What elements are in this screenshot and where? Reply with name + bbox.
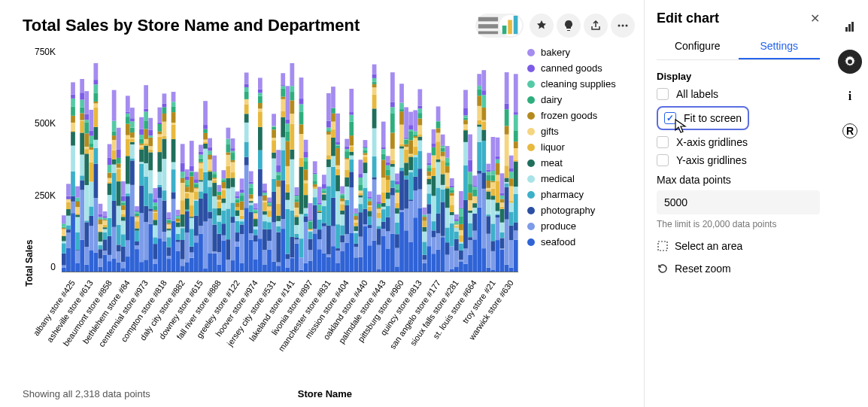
svg-rect-1185 xyxy=(500,202,505,206)
legend-item[interactable]: seafood xyxy=(527,236,635,248)
svg-rect-694 xyxy=(313,174,317,181)
svg-rect-431 xyxy=(217,252,221,264)
svg-rect-17 xyxy=(62,228,66,229)
chart-view-icon[interactable] xyxy=(499,15,522,36)
svg-rect-220 xyxy=(139,185,144,213)
svg-rect-364 xyxy=(190,172,194,177)
svg-rect-988 xyxy=(427,214,432,246)
legend-item[interactable]: photography xyxy=(527,205,635,216)
svg-rect-186 xyxy=(126,139,130,156)
svg-rect-816 xyxy=(359,159,363,174)
svg-rect-1011 xyxy=(436,250,441,272)
svg-rect-49 xyxy=(75,214,80,217)
svg-rect-914 xyxy=(395,181,399,184)
svg-rect-1043 xyxy=(445,166,450,173)
max-points-input[interactable] xyxy=(657,190,820,214)
close-icon[interactable]: ✕ xyxy=(810,11,820,26)
checkbox-all-labels[interactable]: All labels xyxy=(657,88,820,100)
legend-item[interactable]: medical xyxy=(527,173,635,184)
svg-rect-791 xyxy=(349,112,354,115)
svg-rect-363 xyxy=(190,176,194,192)
svg-rect-463 xyxy=(226,128,231,139)
legend-item[interactable]: cleaning supplies xyxy=(527,78,635,90)
svg-rect-1068 xyxy=(454,219,459,221)
svg-rect-336 xyxy=(181,200,185,214)
checkbox-fit-to-screen[interactable]: Fit to screen xyxy=(657,106,749,130)
svg-rect-977 xyxy=(423,263,427,272)
legend-item[interactable]: liquor xyxy=(527,141,635,153)
view-toggle[interactable] xyxy=(475,14,524,38)
svg-rect-391 xyxy=(199,152,203,155)
svg-rect-238 xyxy=(144,139,148,143)
idea-icon[interactable] xyxy=(557,14,581,38)
legend-item[interactable]: bakery xyxy=(527,47,635,58)
svg-rect-581 xyxy=(272,138,276,140)
tab-settings[interactable]: Settings xyxy=(739,34,821,59)
svg-rect-969 xyxy=(417,137,422,141)
svg-rect-32 xyxy=(71,202,75,213)
rail-settings-icon[interactable] xyxy=(838,50,862,74)
checkbox-y-gridlines[interactable]: Y-axis gridlines xyxy=(657,154,820,166)
svg-rect-1058 xyxy=(450,178,454,186)
pin-icon[interactable] xyxy=(530,14,554,38)
rail-chart-icon[interactable] xyxy=(838,15,862,39)
svg-rect-854 xyxy=(372,65,377,74)
legend-item[interactable]: frozen goods xyxy=(527,110,635,121)
svg-rect-196 xyxy=(130,158,135,160)
legend-item[interactable]: canned goods xyxy=(527,62,635,74)
svg-rect-45 xyxy=(75,251,80,263)
svg-rect-366 xyxy=(190,166,194,172)
svg-rect-1069 xyxy=(454,214,459,219)
svg-rect-1164 xyxy=(491,169,496,170)
legend-item[interactable]: meat xyxy=(527,157,635,169)
table-view-icon[interactable] xyxy=(477,15,499,36)
svg-rect-337 xyxy=(181,183,185,200)
tab-configure[interactable]: Configure xyxy=(657,34,739,59)
rail-info-icon[interactable]: i xyxy=(838,84,862,108)
svg-rect-577 xyxy=(272,179,276,192)
plot[interactable]: albany store #425asheville store #613bea… xyxy=(62,44,518,385)
svg-rect-715 xyxy=(322,189,326,191)
reset-zoom-button[interactable]: Reset zoom xyxy=(657,263,820,275)
svg-rect-1055 xyxy=(450,190,454,193)
chart-footer: Showing all 2,318 data points Store Name xyxy=(23,385,635,399)
legend-item[interactable]: dairy xyxy=(527,94,635,105)
svg-rect-468 xyxy=(231,187,235,203)
legend-item[interactable]: produce xyxy=(527,220,635,232)
svg-rect-398 xyxy=(203,144,208,149)
svg-rect-1108 xyxy=(472,231,477,240)
more-icon[interactable] xyxy=(611,14,635,38)
svg-rect-780 xyxy=(349,233,354,272)
svg-rect-703 xyxy=(317,211,322,212)
svg-rect-279 xyxy=(157,123,162,124)
svg-rect-685 xyxy=(308,203,313,220)
svg-rect-901 xyxy=(390,107,395,114)
svg-rect-1071 xyxy=(459,260,463,262)
svg-rect-927 xyxy=(399,84,404,102)
svg-rect-672 xyxy=(304,157,308,161)
svg-rect-440 xyxy=(217,185,221,192)
svg-rect-602 xyxy=(281,150,285,180)
legend-item[interactable]: pharmacy xyxy=(527,189,635,200)
select-area-button[interactable]: Select an area xyxy=(657,240,820,252)
share-icon[interactable] xyxy=(584,14,608,38)
svg-rect-424 xyxy=(212,180,217,183)
rail-r-icon[interactable]: R xyxy=(838,119,862,143)
svg-rect-1203 xyxy=(509,240,514,267)
svg-rect-193 xyxy=(130,216,135,272)
svg-rect-667 xyxy=(304,195,308,208)
svg-rect-1181 xyxy=(500,232,505,238)
max-points-hint: The limit is 20,000 data points xyxy=(657,219,820,229)
checkbox-x-gridlines[interactable]: X-axis gridlines xyxy=(657,136,820,148)
svg-rect-263 xyxy=(153,211,157,212)
svg-rect-652 xyxy=(299,238,304,257)
svg-rect-985 xyxy=(423,214,427,217)
svg-rect-94 xyxy=(94,253,99,272)
svg-rect-779 xyxy=(344,139,349,147)
svg-rect-1082 xyxy=(463,264,468,272)
svg-rect-354 xyxy=(185,169,190,177)
svg-rect-896 xyxy=(390,164,395,167)
svg-rect-1005 xyxy=(432,176,436,196)
legend-item[interactable]: gifts xyxy=(527,126,635,137)
svg-rect-51 xyxy=(75,207,80,214)
